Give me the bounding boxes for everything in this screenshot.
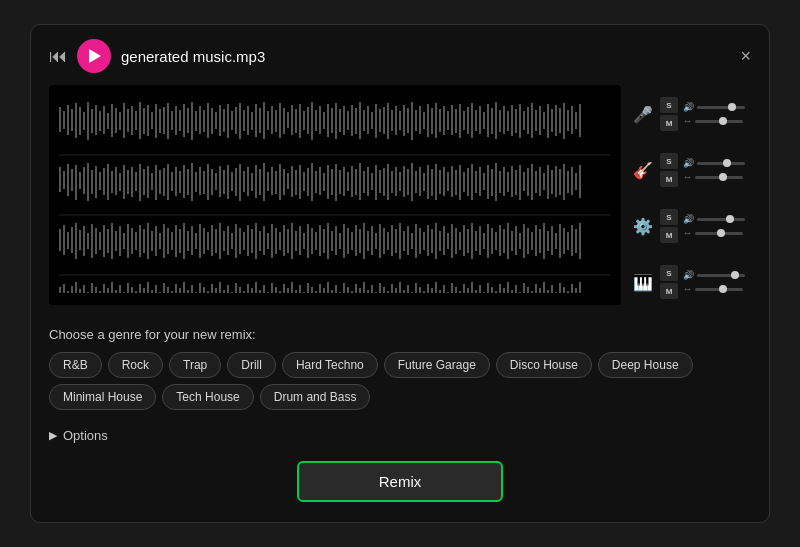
genre-tag[interactable]: Drum and Bass: [260, 384, 371, 410]
svg-rect-460: [315, 291, 317, 293]
options-label: Options: [63, 428, 108, 443]
remix-button[interactable]: Remix: [297, 461, 504, 502]
svg-rect-249: [527, 168, 529, 196]
options-row[interactable]: ▶ Options: [31, 418, 769, 455]
svg-rect-455: [295, 290, 297, 293]
svg-rect-213: [383, 168, 385, 196]
svg-rect-153: [143, 169, 145, 195]
svg-rect-222: [419, 167, 421, 196]
pan-icon-3: ↔: [683, 228, 692, 238]
svg-rect-27: [167, 103, 169, 139]
genre-tag[interactable]: Drill: [227, 352, 276, 378]
svg-rect-137: [79, 172, 81, 189]
svg-rect-128: [571, 106, 573, 134]
file-title: generated music.mp3: [121, 48, 730, 65]
svg-rect-221: [415, 171, 417, 193]
svg-rect-478: [387, 291, 389, 293]
remix-button-row: Remix: [31, 455, 769, 522]
svg-rect-320: [283, 225, 285, 256]
genre-tag[interactable]: Future Garage: [384, 352, 490, 378]
track-4-volume-slider[interactable]: [697, 274, 745, 277]
svg-rect-458: [307, 283, 309, 293]
svg-rect-406: [99, 291, 101, 293]
skip-back-icon[interactable]: ⏮: [49, 46, 67, 67]
svg-rect-203: [343, 167, 345, 196]
svg-rect-192: [299, 165, 301, 199]
svg-rect-482: [403, 290, 405, 293]
pan-icon-4: ↔: [683, 284, 692, 294]
svg-rect-407: [103, 284, 105, 293]
svg-rect-473: [367, 290, 369, 293]
track-3-sliders: 🔊 ↔: [683, 214, 745, 238]
svg-rect-30: [179, 110, 181, 131]
svg-rect-56: [283, 108, 285, 134]
genre-tag[interactable]: Trap: [169, 352, 221, 378]
svg-rect-356: [427, 225, 429, 256]
genre-tag[interactable]: Minimal House: [49, 384, 156, 410]
track-2-mute-button[interactable]: M: [660, 171, 678, 187]
svg-rect-500: [475, 290, 477, 293]
svg-rect-110: [499, 110, 501, 132]
genre-tag[interactable]: Hard Techno: [282, 352, 378, 378]
svg-rect-208: [363, 171, 365, 193]
svg-rect-358: [435, 223, 437, 259]
svg-rect-346: [387, 232, 389, 250]
track-4-mute-button[interactable]: M: [660, 283, 678, 299]
svg-rect-202: [339, 170, 341, 194]
svg-rect-446: [259, 290, 261, 293]
svg-rect-277: [111, 223, 113, 259]
track-2-volume-slider[interactable]: [697, 162, 745, 165]
track-3-pan-slider[interactable]: [695, 232, 743, 235]
svg-rect-365: [463, 225, 465, 256]
track-4-solo-button[interactable]: S: [660, 265, 678, 281]
genre-tag[interactable]: Disco House: [496, 352, 592, 378]
track-4-pan-slider[interactable]: [695, 288, 743, 291]
track-3-solo-button[interactable]: S: [660, 209, 678, 225]
track-1-solo-button[interactable]: S: [660, 97, 678, 113]
track-1-mute-button[interactable]: M: [660, 115, 678, 131]
svg-rect-21: [143, 108, 145, 134]
svg-rect-206: [355, 169, 357, 195]
track-3-mute-button[interactable]: M: [660, 227, 678, 243]
genre-tag[interactable]: Rock: [108, 352, 163, 378]
svg-rect-375: [503, 229, 505, 253]
track-1-volume-slider[interactable]: [697, 106, 745, 109]
svg-rect-426: [179, 288, 181, 293]
track-2-pan-slider[interactable]: [695, 176, 743, 179]
svg-rect-397: [63, 284, 65, 293]
svg-rect-470: [355, 284, 357, 293]
svg-rect-156: [155, 165, 157, 200]
track-3-volume-slider[interactable]: [697, 218, 745, 221]
options-chevron-icon: ▶: [49, 429, 57, 442]
svg-rect-258: [563, 164, 565, 200]
svg-rect-35: [199, 106, 201, 134]
svg-rect-57: [287, 112, 289, 128]
genre-tag[interactable]: Deep House: [598, 352, 693, 378]
svg-rect-481: [399, 282, 401, 293]
svg-rect-509: [511, 290, 513, 293]
svg-rect-195: [311, 163, 313, 201]
play-button[interactable]: [77, 39, 111, 73]
svg-rect-154: [147, 166, 149, 198]
svg-rect-25: [159, 109, 161, 133]
track-1-pan-slider[interactable]: [695, 120, 743, 123]
svg-rect-126: [563, 103, 565, 139]
genre-tag[interactable]: Tech House: [162, 384, 253, 410]
svg-rect-114: [515, 109, 517, 133]
svg-rect-81: [383, 107, 385, 134]
svg-rect-288: [155, 226, 157, 256]
svg-rect-338: [355, 225, 357, 256]
svg-rect-151: [135, 172, 137, 191]
svg-rect-53: [271, 106, 273, 134]
svg-rect-266: [67, 232, 69, 249]
track-2-solo-button[interactable]: S: [660, 153, 678, 169]
genre-tag[interactable]: R&B: [49, 352, 102, 378]
svg-rect-502: [483, 292, 485, 293]
svg-rect-388: [555, 233, 557, 249]
close-button[interactable]: ×: [740, 46, 751, 67]
svg-rect-82: [387, 103, 389, 139]
svg-rect-468: [347, 287, 349, 293]
svg-rect-96: [443, 106, 445, 135]
svg-rect-331: [327, 223, 329, 259]
svg-rect-313: [255, 223, 257, 259]
